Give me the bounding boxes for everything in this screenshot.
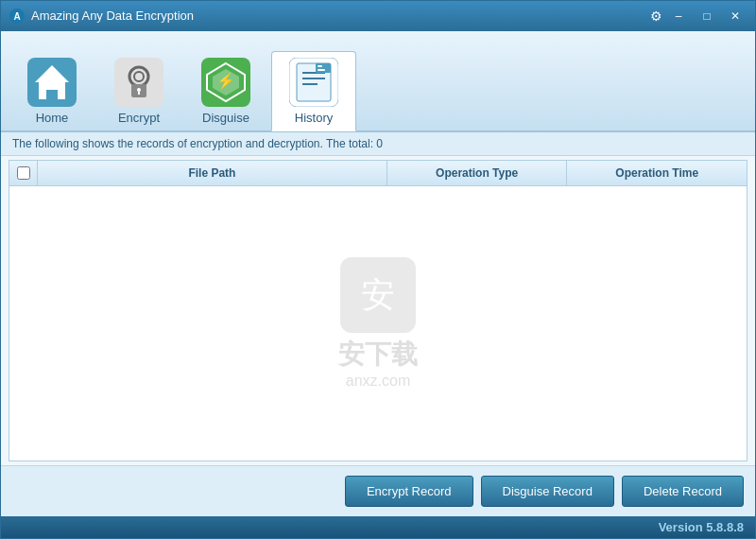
version-bar: Version 5.8.8.8: [1, 516, 755, 538]
watermark-cn: 安下载: [338, 337, 418, 373]
column-header-filepath: File Path: [38, 161, 387, 185]
close-button[interactable]: ✕: [723, 7, 747, 26]
column-header-optime: Operation Time: [567, 161, 747, 185]
svg-text:⚡: ⚡: [216, 72, 235, 90]
nav-bar: Home Encrypt ⚡ Disguise: [1, 31, 755, 132]
nav-item-encrypt[interactable]: Encrypt: [97, 52, 180, 130]
nav-label-encrypt: Encrypt: [118, 111, 160, 125]
settings-icon[interactable]: ⚙: [650, 9, 662, 24]
svg-text:安: 安: [361, 275, 395, 314]
nav-label-history: History: [295, 111, 333, 125]
header-checkbox-cell: [9, 161, 38, 185]
encrypt-nav-icon: [114, 58, 163, 107]
column-header-optype: Operation Type: [387, 161, 568, 185]
svg-text:A: A: [13, 11, 20, 22]
watermark-icon: 安: [340, 257, 416, 333]
watermark-en: anxz.com: [346, 373, 410, 390]
watermark: 安 安下载 anxz.com: [338, 257, 418, 390]
svg-point-7: [137, 88, 141, 92]
history-table: File Path Operation Type Operation Time …: [9, 160, 747, 461]
svg-rect-21: [318, 69, 325, 71]
content-area: The following shows the records of encry…: [1, 132, 755, 516]
select-all-checkbox[interactable]: [17, 166, 30, 180]
home-nav-icon: [27, 58, 77, 107]
nav-label-disguise: Disguise: [202, 111, 249, 125]
svg-rect-22: [340, 257, 416, 333]
main-window: A Amazing Any Data Encryption ⚙ – □ ✕ Ho…: [0, 0, 756, 539]
footer-area: Encrypt Record Disguise Record Delete Re…: [1, 465, 755, 516]
encrypt-record-button[interactable]: Encrypt Record: [345, 476, 473, 507]
title-bar-text: Amazing Any Data Encryption: [31, 9, 650, 23]
disguise-record-button[interactable]: Disguise Record: [481, 476, 614, 507]
disguise-nav-icon: ⚡: [201, 58, 250, 107]
title-bar: A Amazing Any Data Encryption ⚙ – □ ✕: [1, 1, 755, 31]
nav-item-home[interactable]: Home: [10, 52, 94, 130]
version-text: Version 5.8.8.8: [659, 520, 744, 534]
maximize-button[interactable]: □: [695, 7, 719, 26]
history-nav-icon: [289, 58, 338, 107]
delete-record-button[interactable]: Delete Record: [622, 476, 744, 507]
table-header: File Path Operation Type Operation Time: [9, 161, 747, 186]
nav-item-disguise[interactable]: ⚡ Disguise: [184, 52, 267, 130]
info-bar: The following shows the records of encry…: [1, 132, 755, 156]
table-body: 安 安下载 anxz.com: [9, 186, 747, 461]
svg-rect-19: [316, 63, 331, 73]
app-icon: A: [9, 8, 26, 25]
info-text: The following shows the records of encry…: [12, 137, 383, 150]
minimize-button[interactable]: –: [666, 7, 691, 26]
nav-item-history[interactable]: History: [271, 51, 356, 131]
nav-label-home: Home: [36, 111, 69, 125]
window-controls: – □ ✕: [666, 7, 747, 26]
svg-rect-20: [318, 65, 322, 67]
